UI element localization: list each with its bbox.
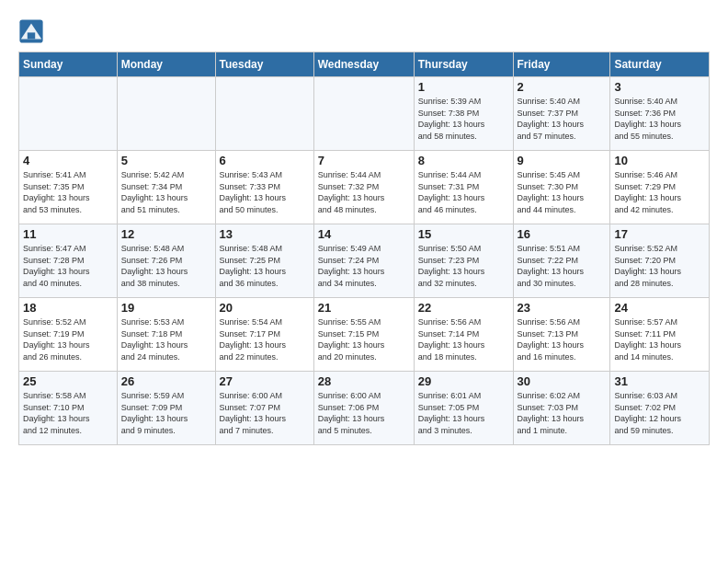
day-number: 6 [220, 154, 310, 167]
day-number: 15 [418, 227, 509, 241]
day-number: 1 [418, 80, 509, 94]
day-info: Sunrise: 5:49 AMSunset: 7:24 PMDaylight:… [318, 243, 410, 289]
svg-rect-2 [28, 32, 35, 39]
calendar-cell: 8Sunrise: 5:44 AMSunset: 7:31 PMDaylight… [414, 151, 513, 224]
calendar-cell: 22Sunrise: 5:56 AMSunset: 7:14 PMDayligh… [414, 298, 513, 372]
day-number: 30 [518, 374, 607, 388]
calendar-cell: 28Sunrise: 6:00 AMSunset: 7:06 PMDayligh… [313, 372, 414, 445]
calendar-cell: 16Sunrise: 5:51 AMSunset: 7:22 PMDayligh… [513, 224, 610, 298]
day-number: 29 [418, 374, 509, 388]
day-info: Sunrise: 5:54 AMSunset: 7:17 PMDaylight:… [220, 316, 310, 362]
week-row-2: 4Sunrise: 5:41 AMSunset: 7:35 PMDaylight… [19, 151, 710, 224]
day-info: Sunrise: 5:51 AMSunset: 7:22 PMDaylight:… [518, 243, 607, 289]
calendar-cell: 23Sunrise: 5:56 AMSunset: 7:13 PMDayligh… [513, 298, 610, 372]
day-info: Sunrise: 5:56 AMSunset: 7:14 PMDaylight:… [418, 316, 509, 362]
calendar-cell: 19Sunrise: 5:53 AMSunset: 7:18 PMDayligh… [117, 298, 215, 372]
calendar-cell: 27Sunrise: 6:00 AMSunset: 7:07 PMDayligh… [215, 372, 313, 445]
calendar-cell: 12Sunrise: 5:48 AMSunset: 7:26 PMDayligh… [117, 224, 215, 298]
day-info: Sunrise: 5:50 AMSunset: 7:23 PMDaylight:… [418, 243, 509, 289]
day-number: 13 [220, 227, 310, 241]
day-number: 3 [614, 80, 705, 94]
calendar-cell: 26Sunrise: 5:59 AMSunset: 7:09 PMDayligh… [117, 372, 215, 445]
calendar-cell: 24Sunrise: 5:57 AMSunset: 7:11 PMDayligh… [610, 298, 710, 372]
calendar-cell: 31Sunrise: 6:03 AMSunset: 7:02 PMDayligh… [610, 372, 710, 445]
day-info: Sunrise: 5:42 AMSunset: 7:34 PMDaylight:… [121, 169, 211, 215]
day-number: 21 [318, 301, 410, 315]
calendar-cell [19, 77, 118, 151]
calendar-cell: 14Sunrise: 5:49 AMSunset: 7:24 PMDayligh… [313, 224, 414, 298]
calendar-cell [117, 77, 215, 151]
day-number: 5 [121, 154, 211, 167]
day-info: Sunrise: 5:39 AMSunset: 7:38 PMDaylight:… [418, 96, 509, 142]
calendar-cell: 4Sunrise: 5:41 AMSunset: 7:35 PMDaylight… [19, 151, 118, 224]
calendar-cell: 13Sunrise: 5:48 AMSunset: 7:25 PMDayligh… [215, 224, 313, 298]
day-info: Sunrise: 5:48 AMSunset: 7:26 PMDaylight:… [121, 243, 211, 289]
day-number: 20 [220, 301, 310, 315]
day-number: 31 [614, 374, 705, 388]
day-info: Sunrise: 5:53 AMSunset: 7:18 PMDaylight:… [121, 316, 211, 362]
calendar-table: SundayMondayTuesdayWednesdayThursdayFrid… [18, 52, 710, 445]
calendar-cell: 29Sunrise: 6:01 AMSunset: 7:05 PMDayligh… [414, 372, 513, 445]
day-number: 24 [614, 301, 705, 315]
day-info: Sunrise: 5:43 AMSunset: 7:33 PMDaylight:… [220, 169, 310, 215]
day-info: Sunrise: 6:00 AMSunset: 7:07 PMDaylight:… [220, 390, 310, 436]
day-info: Sunrise: 6:03 AMSunset: 7:02 PMDaylight:… [614, 390, 705, 436]
day-number: 12 [121, 227, 211, 241]
day-number: 14 [318, 227, 410, 241]
calendar-cell [313, 77, 414, 151]
day-number: 22 [418, 301, 509, 315]
week-row-3: 11Sunrise: 5:47 AMSunset: 7:28 PMDayligh… [19, 224, 710, 298]
day-number: 25 [23, 374, 113, 388]
page: SundayMondayTuesdayWednesdayThursdayFrid… [0, 0, 728, 454]
week-row-4: 18Sunrise: 5:52 AMSunset: 7:19 PMDayligh… [19, 298, 710, 372]
day-number: 2 [518, 80, 607, 94]
calendar-cell: 5Sunrise: 5:42 AMSunset: 7:34 PMDaylight… [117, 151, 215, 224]
calendar-cell: 20Sunrise: 5:54 AMSunset: 7:17 PMDayligh… [215, 298, 313, 372]
day-number: 28 [318, 374, 410, 388]
calendar-cell: 6Sunrise: 5:43 AMSunset: 7:33 PMDaylight… [215, 151, 313, 224]
col-header-sunday: Sunday [19, 52, 118, 77]
day-info: Sunrise: 5:41 AMSunset: 7:35 PMDaylight:… [23, 169, 113, 215]
day-info: Sunrise: 6:01 AMSunset: 7:05 PMDaylight:… [418, 390, 509, 436]
col-header-saturday: Saturday [610, 52, 710, 77]
calendar-cell: 25Sunrise: 5:58 AMSunset: 7:10 PMDayligh… [19, 372, 118, 445]
day-info: Sunrise: 5:59 AMSunset: 7:09 PMDaylight:… [121, 390, 211, 436]
day-info: Sunrise: 5:57 AMSunset: 7:11 PMDaylight:… [614, 316, 705, 362]
calendar-cell: 3Sunrise: 5:40 AMSunset: 7:36 PMDaylight… [610, 77, 710, 151]
day-info: Sunrise: 5:58 AMSunset: 7:10 PMDaylight:… [23, 390, 113, 436]
day-number: 4 [23, 154, 113, 167]
day-info: Sunrise: 5:52 AMSunset: 7:20 PMDaylight:… [614, 243, 705, 289]
col-header-tuesday: Tuesday [215, 52, 313, 77]
day-info: Sunrise: 5:48 AMSunset: 7:25 PMDaylight:… [220, 243, 310, 289]
calendar-cell: 18Sunrise: 5:52 AMSunset: 7:19 PMDayligh… [19, 298, 118, 372]
day-number: 23 [518, 301, 607, 315]
day-info: Sunrise: 5:45 AMSunset: 7:30 PMDaylight:… [518, 169, 607, 215]
day-info: Sunrise: 5:44 AMSunset: 7:31 PMDaylight:… [418, 169, 509, 215]
day-number: 26 [121, 374, 211, 388]
day-number: 11 [23, 227, 113, 241]
col-header-monday: Monday [117, 52, 215, 77]
day-info: Sunrise: 5:40 AMSunset: 7:37 PMDaylight:… [518, 96, 607, 142]
day-number: 27 [220, 374, 310, 388]
col-header-friday: Friday [513, 52, 610, 77]
day-number: 16 [518, 227, 607, 241]
day-info: Sunrise: 5:55 AMSunset: 7:15 PMDaylight:… [318, 316, 410, 362]
day-info: Sunrise: 6:02 AMSunset: 7:03 PMDaylight:… [518, 390, 607, 436]
calendar-cell: 2Sunrise: 5:40 AMSunset: 7:37 PMDaylight… [513, 77, 610, 151]
calendar-cell: 30Sunrise: 6:02 AMSunset: 7:03 PMDayligh… [513, 372, 610, 445]
header-row: SundayMondayTuesdayWednesdayThursdayFrid… [19, 52, 710, 77]
day-number: 17 [614, 227, 705, 241]
day-number: 7 [318, 154, 410, 167]
day-info: Sunrise: 5:44 AMSunset: 7:32 PMDaylight:… [318, 169, 410, 215]
day-number: 18 [23, 301, 113, 315]
day-info: Sunrise: 5:52 AMSunset: 7:19 PMDaylight:… [23, 316, 113, 362]
calendar-cell: 10Sunrise: 5:46 AMSunset: 7:29 PMDayligh… [610, 151, 710, 224]
day-info: Sunrise: 5:47 AMSunset: 7:28 PMDaylight:… [23, 243, 113, 289]
day-number: 10 [614, 154, 705, 167]
col-header-thursday: Thursday [414, 52, 513, 77]
logo-icon [18, 18, 44, 44]
calendar-cell: 7Sunrise: 5:44 AMSunset: 7:32 PMDaylight… [313, 151, 414, 224]
calendar-cell: 9Sunrise: 5:45 AMSunset: 7:30 PMDaylight… [513, 151, 610, 224]
day-info: Sunrise: 6:00 AMSunset: 7:06 PMDaylight:… [318, 390, 410, 436]
calendar-cell: 17Sunrise: 5:52 AMSunset: 7:20 PMDayligh… [610, 224, 710, 298]
